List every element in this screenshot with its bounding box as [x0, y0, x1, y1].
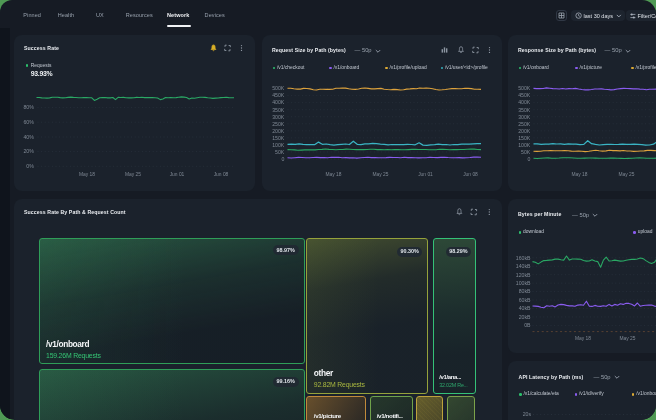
svg-text:80kB: 80kB	[519, 288, 531, 294]
svg-text:May 25: May 25	[618, 171, 634, 176]
svg-text:120kB: 120kB	[516, 271, 531, 277]
svg-text:50K: 50K	[275, 148, 285, 154]
svg-text:Jun 01: Jun 01	[418, 171, 433, 176]
svg-text:40%: 40%	[23, 133, 34, 139]
svg-text:20%: 20%	[23, 147, 34, 153]
svg-text:300K: 300K	[518, 113, 531, 119]
svg-text:450K: 450K	[518, 91, 531, 97]
svg-text:20kB: 20kB	[519, 313, 531, 319]
svg-text:200K: 200K	[272, 127, 285, 133]
svg-text:May 25: May 25	[619, 335, 635, 340]
svg-text:Jun 08: Jun 08	[214, 171, 229, 176]
svg-text:Jun 01: Jun 01	[170, 171, 185, 176]
svg-text:250K: 250K	[518, 120, 531, 126]
svg-text:140kB: 140kB	[516, 263, 531, 269]
svg-text:80%: 80%	[23, 103, 34, 109]
svg-text:100K: 100K	[272, 141, 285, 147]
svg-text:100K: 100K	[518, 141, 531, 147]
svg-text:May 25: May 25	[372, 171, 388, 176]
svg-text:May 18: May 18	[79, 171, 95, 176]
svg-text:150K: 150K	[518, 134, 531, 140]
svg-text:May 25: May 25	[125, 171, 141, 176]
svg-text:100kB: 100kB	[516, 279, 531, 285]
svg-text:May 18: May 18	[575, 335, 591, 340]
svg-text:60kB: 60kB	[519, 296, 531, 302]
svg-text:0B: 0B	[524, 322, 531, 328]
svg-text:0: 0	[527, 155, 530, 161]
svg-text:0%: 0%	[26, 162, 34, 168]
svg-text:160kB: 160kB	[516, 254, 531, 260]
svg-text:350K: 350K	[272, 106, 285, 112]
svg-text:40kB: 40kB	[519, 305, 531, 311]
svg-text:150K: 150K	[272, 134, 285, 140]
svg-text:0: 0	[281, 155, 284, 161]
svg-text:May 18: May 18	[571, 171, 587, 176]
svg-text:20s: 20s	[523, 411, 532, 417]
svg-text:Jun 08: Jun 08	[463, 171, 478, 176]
svg-text:May 18: May 18	[325, 171, 341, 176]
svg-text:500K: 500K	[272, 84, 285, 90]
svg-text:500K: 500K	[518, 84, 531, 90]
svg-text:350K: 350K	[518, 106, 531, 112]
svg-text:200K: 200K	[518, 127, 531, 133]
svg-text:300K: 300K	[272, 113, 285, 119]
svg-text:60%: 60%	[23, 118, 34, 124]
svg-text:400K: 400K	[272, 98, 285, 104]
svg-text:250K: 250K	[272, 120, 285, 126]
svg-text:400K: 400K	[518, 98, 531, 104]
svg-text:50K: 50K	[521, 148, 531, 154]
svg-text:450K: 450K	[272, 91, 285, 97]
